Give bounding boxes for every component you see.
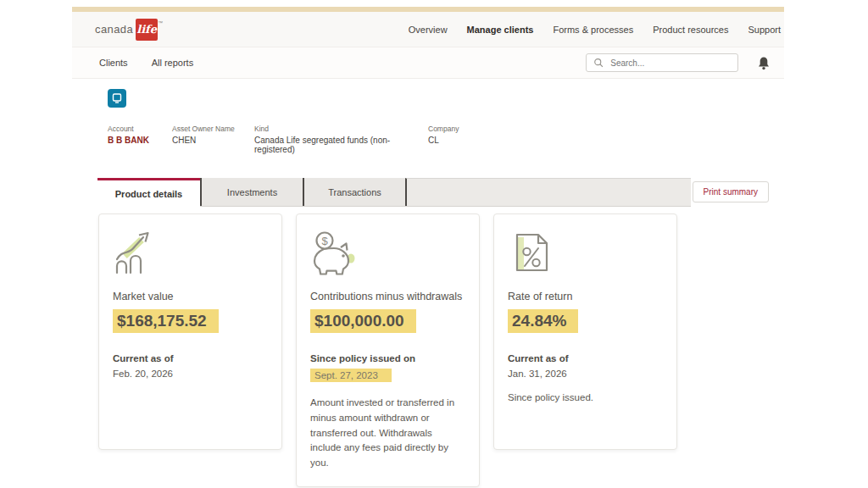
chart-up-icon (113, 230, 268, 284)
tab-strip: Product details Investments Transactions (97, 178, 691, 207)
nav-item-forms-processes[interactable]: Forms & processes (553, 25, 633, 35)
field-company: Company CL (428, 125, 459, 154)
highlighted-value: $100,000.00 (310, 309, 416, 333)
card-date: Sept. 27, 2023 (310, 369, 465, 382)
account-summary: Account B B BANK Asset Owner Name CHEN K… (72, 79, 784, 154)
rate-of-return-card: Rate of return 24.84% Current as of Jan.… (493, 214, 677, 450)
content-container: canada life ™ Overview Manage clients Fo… (72, 7, 784, 487)
field-value: Canada Life segregated funds (non-regist… (254, 136, 428, 154)
nav-item-manage-clients[interactable]: Manage clients (467, 25, 534, 35)
search-box[interactable] (586, 53, 738, 72)
logo-life-mark: life (136, 19, 158, 41)
nav-item-overview[interactable]: Overview (409, 25, 448, 35)
card-note: Since policy issued. (508, 392, 663, 402)
highlighted-date: Sept. 27, 2023 (310, 369, 392, 382)
canada-life-logo[interactable]: canada life ™ (95, 19, 163, 41)
svg-text:$: $ (321, 235, 328, 247)
tab-product-details[interactable]: Product details (97, 178, 200, 208)
account-entity-icon (108, 89, 126, 108)
sub-nav-links: Clients All reports (99, 58, 193, 68)
card-label: Rate of return (508, 291, 663, 302)
nav-item-product-resources[interactable]: Product resources (653, 25, 728, 35)
search-icon (593, 57, 604, 69)
rate-of-return-amount: 24.84% (508, 309, 663, 333)
contributions-amount: $100,000.00 (310, 309, 465, 333)
card-label: Contributions minus withdrawals (310, 291, 465, 302)
card-date: Feb. 20, 2026 (113, 369, 268, 379)
sub-nav-bar: Clients All reports (72, 47, 784, 79)
subnav-item-clients[interactable]: Clients (99, 58, 128, 68)
summary-cards: Market value $168,175.52 Current as of F… (98, 214, 784, 487)
card-description: Amount invested or transferred in minus … (310, 396, 465, 471)
main-nav: Overview Manage clients Forms & processe… (409, 25, 781, 35)
card-subheading: Since policy issued on (310, 353, 465, 363)
market-value-card: Market value $168,175.52 Current as of F… (98, 214, 282, 450)
tab-bar-row: Product details Investments Transactions… (72, 178, 784, 207)
field-value: CL (428, 136, 459, 145)
card-subheading: Current as of (508, 353, 663, 363)
print-summary-button[interactable]: Print summary (693, 181, 769, 202)
field-label: Asset Owner Name (172, 125, 254, 133)
field-asset-owner: Asset Owner Name CHEN (172, 125, 254, 154)
logo-text: canada (95, 23, 133, 36)
field-account: Account B B BANK (108, 125, 172, 154)
percent-document-icon (508, 230, 663, 284)
contributions-card: $ Contributions minus withdrawals $100,0… (296, 214, 480, 487)
trademark-symbol: ™ (158, 20, 163, 25)
field-kind: Kind Canada Life segregated funds (non-r… (254, 125, 428, 154)
card-subheading: Current as of (113, 353, 268, 363)
page: canada life ™ Overview Manage clients Fo… (0, 0, 868, 488)
notifications-bell-icon[interactable] (757, 56, 771, 70)
highlighted-value: 24.84% (508, 309, 578, 333)
piggy-bank-icon: $ (310, 230, 465, 284)
tab-transactions[interactable]: Transactions (303, 178, 405, 206)
search-input[interactable] (610, 58, 731, 68)
account-fields: Account B B BANK Asset Owner Name CHEN K… (108, 125, 784, 154)
card-label: Market value (113, 291, 268, 302)
header-bar: canada life ™ Overview Manage clients Fo… (72, 12, 784, 47)
field-label: Kind (254, 125, 428, 133)
market-value-amount: $168,175.52 (113, 309, 268, 333)
highlighted-value: $168,175.52 (113, 309, 219, 333)
field-value: CHEN (172, 136, 254, 145)
field-label: Company (428, 125, 459, 133)
account-number-link[interactable]: B B BANK (108, 136, 172, 145)
subnav-item-all-reports[interactable]: All reports (152, 58, 194, 68)
tab-investments[interactable]: Investments (200, 178, 303, 206)
field-label: Account (108, 125, 172, 133)
tab-strip-filler (405, 178, 691, 206)
card-date: Jan. 31, 2026 (508, 369, 663, 379)
nav-item-support[interactable]: Support (748, 25, 781, 35)
